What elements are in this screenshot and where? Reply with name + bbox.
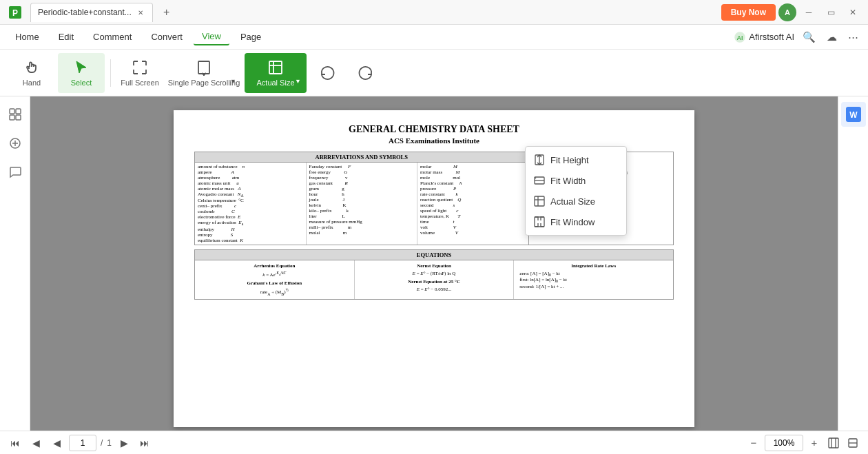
word-icon[interactable]: W xyxy=(841,102,866,127)
zoom-out-button[interactable]: − xyxy=(745,435,762,451)
abbrev-col2: Faraday constant F free energy G frequen… xyxy=(307,163,418,245)
actual-size-dropdown: Fit Height Fit Width Actual Size xyxy=(525,146,627,236)
eq-col1: Arrhenius Equation k = Ae-Ea/kT Graham's… xyxy=(195,260,355,299)
tab-label: Periodic-table+constant... xyxy=(38,8,132,17)
buy-now-button[interactable]: Buy Now xyxy=(721,4,776,21)
svg-rect-26 xyxy=(829,438,838,448)
actual-size-menu-label: Actual Size xyxy=(550,196,595,207)
menu-right: AI Afirstsoft AI 🔍 ☁ ⋯ xyxy=(734,28,861,46)
fit-width-label: Fit Width xyxy=(550,176,586,186)
rotate-right-button[interactable] xyxy=(348,53,384,93)
menu-page[interactable]: Page xyxy=(232,29,269,45)
hand-tool-button[interactable]: Hand xyxy=(8,53,55,93)
hand-label: Hand xyxy=(23,79,41,87)
menubar: Home Edit Comment Convert View Page AI A… xyxy=(0,25,868,50)
menu-comment[interactable]: Comment xyxy=(85,29,140,45)
svg-rect-19 xyxy=(10,115,14,120)
single-page-scrolling-button[interactable]: Single Page Scrolling ▼ xyxy=(166,53,242,93)
ai-label: Afirstsoft AI xyxy=(749,32,794,42)
zoom-mode-icon xyxy=(847,437,858,448)
single-page-label: Single Page Scrolling xyxy=(168,79,240,87)
tab-close-icon[interactable]: ✕ xyxy=(136,8,145,17)
main-area: GENERAL CHEMISTRY DATA SHEET ACS Examina… xyxy=(0,96,868,431)
single-page-icon xyxy=(196,59,212,76)
eq-col2: Nernst Equation E = E° − (RT/nF) ln Q Ne… xyxy=(355,260,515,299)
toolbar: Hand Select Full Screen Single Page Scro xyxy=(0,50,868,96)
fit-width-icon xyxy=(534,175,545,186)
tab-add-button[interactable]: + xyxy=(158,4,175,21)
rotate-left-icon xyxy=(319,65,335,81)
next-page-button[interactable]: ▶ xyxy=(116,435,132,451)
first-page-button[interactable]: ⏮ xyxy=(7,435,23,451)
menu-home[interactable]: Home xyxy=(7,29,48,45)
svg-rect-18 xyxy=(16,109,21,114)
sidebar-add-icon[interactable] xyxy=(3,131,28,156)
last-page-button[interactable]: ⏭ xyxy=(136,435,153,451)
zoom-in-button[interactable]: + xyxy=(806,435,823,451)
equations-section: EQUATIONS Arrhenius Equation k = Ae-Ea/k… xyxy=(194,249,674,300)
fit-height-icon xyxy=(534,154,545,165)
toolbar-separator xyxy=(110,59,111,87)
actual-size-label: Actual Size xyxy=(256,79,294,87)
next-page-button-left[interactable]: ▶ xyxy=(48,435,65,451)
search-button[interactable]: 🔍 xyxy=(800,28,818,46)
single-page-arrow: ▼ xyxy=(230,78,236,85)
cloud-button[interactable]: ☁ xyxy=(824,28,840,46)
app-icon: P xyxy=(6,3,25,22)
full-screen-label: Full Screen xyxy=(121,79,159,87)
user-avatar[interactable]: A xyxy=(778,3,796,21)
rotate-right-icon xyxy=(358,65,374,81)
fit-height-item[interactable]: Fit Height xyxy=(526,149,626,170)
fit-width-item[interactable]: Fit Width xyxy=(526,170,626,191)
pdf-subtitle: ACS Examinations Institute xyxy=(194,136,674,145)
zoom-mode-button[interactable] xyxy=(845,435,861,451)
rotate-left-button[interactable] xyxy=(309,53,345,93)
svg-text:AI: AI xyxy=(737,34,743,41)
menu-view[interactable]: View xyxy=(194,28,229,45)
page-total: / xyxy=(101,438,103,448)
content-area[interactable]: GENERAL CHEMISTRY DATA SHEET ACS Examina… xyxy=(30,96,838,431)
fit-window-label: Fit Window xyxy=(550,217,595,227)
titlebar-right: Buy Now A ─ ▭ ✕ xyxy=(721,3,862,22)
maximize-button[interactable]: ▭ xyxy=(821,3,840,22)
svg-rect-16 xyxy=(535,217,544,227)
fit-page-icon xyxy=(828,437,839,448)
close-button[interactable]: ✕ xyxy=(843,3,862,22)
eq-col3: Integrated Rate Laws zero: [A] = [A]0 − … xyxy=(514,260,673,299)
fit-window-icon xyxy=(534,216,545,227)
svg-rect-13 xyxy=(535,196,544,206)
right-sidebar: W xyxy=(838,96,868,431)
minimize-button[interactable]: ─ xyxy=(799,3,818,22)
tab[interactable]: Periodic-table+constant... ✕ xyxy=(30,3,153,22)
menu-edit[interactable]: Edit xyxy=(50,29,82,45)
actual-size-item[interactable]: Actual Size xyxy=(526,191,626,211)
sidebar-thumbnail-icon[interactable] xyxy=(3,102,28,127)
abbrev-header: ABBREVIATIONS AND SYMBOLS xyxy=(195,152,528,163)
prev-page-button[interactable]: ◀ xyxy=(28,435,44,451)
actual-size-button[interactable]: Actual Size ▼ xyxy=(245,53,307,93)
ai-button[interactable]: AI Afirstsoft AI xyxy=(734,31,794,43)
bottombar: ⏮ ◀ ▶ 1 / 1 ▶ ⏭ − 100% + xyxy=(0,431,868,454)
total-pages: 1 xyxy=(107,438,112,448)
select-tool-button[interactable]: Select xyxy=(58,53,105,93)
left-sidebar xyxy=(0,96,30,431)
page-input[interactable]: 1 xyxy=(69,435,96,451)
titlebar-left: P Periodic-table+constant... ✕ + xyxy=(6,3,721,22)
fit-window-item[interactable]: Fit Window xyxy=(526,211,626,232)
actual-size-icon xyxy=(267,59,284,76)
abbrev-table-body: amount of substance n ampere A atmospher… xyxy=(195,163,528,245)
more-button[interactable]: ⋯ xyxy=(845,28,861,46)
full-screen-button[interactable]: Full Screen xyxy=(116,53,163,93)
equations-body: Arrhenius Equation k = Ae-Ea/kT Graham's… xyxy=(194,260,674,300)
toolbar-area: Hand Select Full Screen Single Page Scro xyxy=(0,50,868,96)
select-label: Select xyxy=(71,79,92,87)
abbrev-col1: amount of substance n ampere A atmospher… xyxy=(195,163,307,245)
ai-icon: AI xyxy=(734,31,746,43)
menu-convert[interactable]: Convert xyxy=(143,29,191,45)
select-icon xyxy=(73,59,90,76)
actual-size-menu-icon xyxy=(534,196,545,207)
zoom-input[interactable]: 100% xyxy=(765,435,803,451)
sidebar-comment-icon[interactable] xyxy=(3,160,28,185)
abbrev-left: ABBREVIATIONS AND SYMBOLS amount of subs… xyxy=(195,152,528,245)
fit-page-button[interactable] xyxy=(825,435,842,451)
